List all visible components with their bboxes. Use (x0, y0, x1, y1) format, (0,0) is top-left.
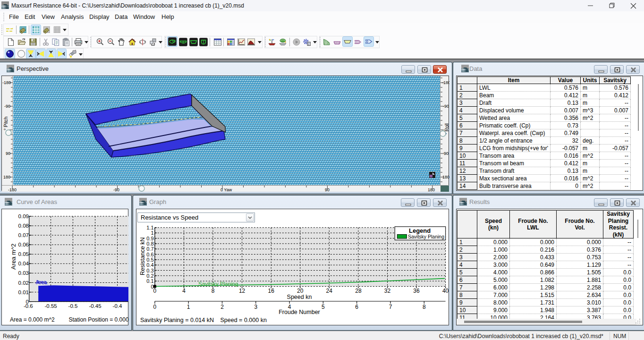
svg-text:6: 6 (355, 304, 358, 310)
svg-text:Savitsky Planing = 0.014 kN: Savitsky Planing = 0.014 kN (140, 317, 214, 323)
svg-text:0.4: 0.4 (146, 262, 153, 268)
svg-text:0.1: 0.1 (146, 278, 153, 284)
svg-text:36: 36 (413, 288, 420, 294)
svg-text:0 Yaw: 0 Yaw (220, 187, 232, 192)
svg-text:-0.5: -0.5 (68, 303, 78, 309)
svg-text:-0.6: -0.6 (24, 303, 33, 309)
svg-text:Savitsky Planing: Savitsky Planing (198, 281, 238, 287)
svg-text:Froude Number: Froude Number (279, 309, 320, 315)
svg-text:Speed kn: Speed kn (287, 294, 312, 300)
svg-text:180: 180 (3, 175, 10, 179)
svg-text:-90: -90 (4, 104, 10, 109)
svg-text:0.09: 0.09 (18, 213, 29, 219)
svg-text:0.3: 0.3 (146, 268, 153, 273)
svg-text:32: 32 (384, 288, 391, 294)
svg-text:5: 5 (322, 304, 325, 310)
svg-text:90: 90 (6, 151, 10, 156)
svg-text:0.08: 0.08 (18, 223, 29, 229)
svg-text:0.7: 0.7 (146, 246, 153, 252)
svg-text:16: 16 (268, 288, 275, 294)
svg-text:1.1: 1.1 (146, 225, 153, 230)
svg-text:0.01: 0.01 (18, 289, 29, 295)
svg-text:180: 180 (428, 187, 435, 192)
svg-text:0.07: 0.07 (18, 232, 29, 238)
svg-text:-0.45: -0.45 (89, 303, 101, 309)
svg-text:8: 8 (423, 304, 426, 310)
svg-text:-180: -180 (442, 80, 449, 85)
svg-text:8: 8 (212, 288, 215, 294)
svg-text:-90: -90 (443, 104, 449, 109)
svg-text:Speed = 0.000 kn: Speed = 0.000 kn (220, 317, 267, 323)
svg-text:0.02: 0.02 (18, 280, 29, 286)
svg-text:40: 40 (442, 288, 449, 294)
svg-text:-0.4: -0.4 (113, 303, 122, 309)
svg-text:° Pitch: ° Pitch (3, 117, 8, 130)
svg-text:0: 0 (153, 304, 157, 310)
svg-text:Savitsky Planing: Savitsky Planing (408, 234, 444, 239)
svg-text:-0.55: -0.55 (44, 303, 57, 309)
svg-text:24: 24 (326, 288, 333, 294)
svg-text:0.05: 0.05 (18, 251, 29, 257)
svg-text:7: 7 (389, 304, 392, 310)
svg-text:0.8: 0.8 (146, 241, 153, 246)
svg-text:0.06: 0.06 (18, 242, 29, 247)
svg-text:1: 1 (187, 304, 190, 310)
svg-text:12: 12 (239, 288, 246, 294)
svg-text:Legend: Legend (409, 227, 431, 234)
svg-text:3: 3 (254, 304, 257, 310)
svg-text:Station Position = 0.000 m: Station Position = 0.000 m (69, 316, 129, 323)
svg-text:Area: Area (36, 280, 48, 285)
svg-text:-180: -180 (8, 187, 17, 192)
svg-text:90: 90 (325, 187, 330, 192)
svg-text:0.04: 0.04 (18, 261, 29, 266)
svg-text:28: 28 (355, 288, 362, 294)
svg-text:0: 0 (153, 288, 157, 294)
svg-text:2: 2 (220, 304, 224, 310)
svg-text:90: 90 (444, 151, 449, 156)
svg-text:4: 4 (182, 288, 186, 294)
svg-text:0.03: 0.03 (18, 270, 29, 276)
svg-text:-90: -90 (113, 187, 119, 192)
svg-text:180: 180 (442, 175, 449, 179)
svg-text:20: 20 (297, 288, 304, 294)
svg-text:0.9: 0.9 (146, 236, 153, 241)
svg-text:-180: -180 (2, 80, 11, 85)
svg-text:Resistance kN: Resistance kN (139, 237, 146, 275)
svg-text:0.6: 0.6 (146, 252, 153, 257)
svg-text:Area = 0.000 m^2: Area = 0.000 m^2 (10, 316, 55, 323)
svg-text:0.5: 0.5 (146, 257, 153, 263)
svg-text:1: 1 (151, 230, 153, 236)
svg-text:0.2: 0.2 (146, 273, 153, 279)
svg-text:Area m^2: Area m^2 (10, 244, 17, 270)
